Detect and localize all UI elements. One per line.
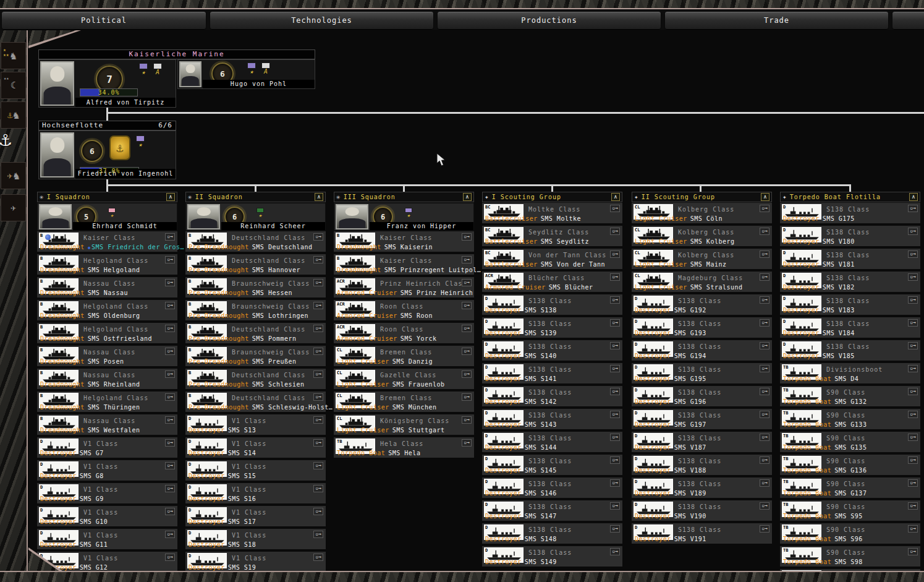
ship-row[interactable]: DV1 Class▫→DestroyerSMS G10 [37,506,177,526]
ship-row[interactable]: CLKolberg Class▫→Light CruiserSMS Cöln [632,203,772,223]
ship-row[interactable]: BBraunschweig Class▫→Pre-DreadnoughtSMS … [185,277,326,297]
transfer-button[interactable]: ▫→ [313,416,323,424]
transfer-button[interactable]: ▫→ [313,531,323,538]
transfer-button[interactable]: ▫→ [908,273,918,281]
ship-row[interactable]: DS138 Class▫→DestroyerSMS V182 [780,272,920,292]
transfer-button[interactable]: ▫→ [760,365,769,372]
ship-row[interactable]: BDeutschland Class▫→Pre-DreadnoughtSMS D… [185,231,326,252]
nav-button-political[interactable]: Political [1,11,206,30]
ship-row[interactable]: BCVon der Tann Class▫→BattlecruiserSMS V… [482,249,622,269]
ship-row[interactable]: CLKönigsberg Class▫→Light CruiserSMS Stu… [334,414,474,435]
collapse-button[interactable]: ∧ [166,193,175,201]
transfer-button[interactable]: ▫→ [165,233,175,241]
nav-button-productions[interactable]: Productions [437,11,661,30]
ship-row[interactable]: DS138 Class▫→DestroyerSMS S148 [482,523,622,544]
squadron-header[interactable]: ✳ I Squadron ∧ [37,192,177,202]
transfer-button[interactable]: ▫→ [313,462,323,469]
ship-row[interactable]: DS138 Class▫→DestroyerSMS S141 [482,363,622,383]
transfer-button[interactable]: ▫→ [313,325,323,332]
transfer-button[interactable]: ▫→ [908,388,918,395]
ship-row[interactable]: DV1 Class▫→DestroyerSMS S16 [185,483,326,503]
squadron-header[interactable]: ✦ Torpedo Boat Flotilla ∧ [780,192,920,202]
fleet-commander-card[interactable]: 6 ⚓★ 37.0% Friedrich von Ingenohl [38,131,176,179]
ship-row[interactable]: DS138 Class▫→DestroyerSMS V181 [780,249,920,269]
ship-row[interactable]: DS138 Class▫→DestroyerSMS G194 [632,340,772,361]
ship-row[interactable]: TBS90 Class▫→Torpedo BoatSMS S95 [780,500,920,521]
transfer-button[interactable]: ▫→ [760,525,769,533]
ship-row[interactable]: DS138 Class▫→DestroyerSMS V189 [632,477,772,498]
transfer-button[interactable]: ▫→ [760,434,769,441]
transfer-button[interactable]: ▫→ [165,485,175,492]
ship-row[interactable]: DS138 Class▫→DestroyerSMS S147 [482,500,622,521]
ship-row[interactable]: DV1 Class▫→DestroyerSMS S13 [185,414,326,435]
transfer-button[interactable]: ▫→ [908,411,918,418]
ship-row[interactable]: ACRRoon Class▫→Armored CruiserSMS Yorck [334,323,474,343]
collapse-button[interactable]: ∧ [315,193,323,201]
transfer-button[interactable]: ▫→ [760,319,769,327]
transfer-button[interactable]: ▫→ [313,233,323,241]
transfer-button[interactable]: ▫→ [462,348,472,355]
ship-row[interactable]: BHelgoland Class▫→DreadnoughtSMS Helgola… [37,254,177,275]
transfer-button[interactable]: ▫→ [760,205,769,212]
ship-row[interactable]: TBS90 Class▫→Torpedo BoatSMS G135 [780,432,920,452]
transfer-button[interactable]: ▫→ [908,365,918,372]
transfer-button[interactable]: ▫→ [908,548,918,555]
transfer-button[interactable]: ▫→ [165,302,175,309]
ship-row[interactable]: BCSeydlitz Class▫→BattlecruiserSMS Seydl… [482,226,622,246]
transfer-button[interactable]: ▫→ [165,554,175,561]
ship-row[interactable]: DS138 Class▫→DestroyerSMS V191 [632,523,772,544]
ship-row[interactable]: CLMagdeburg Class▫→Light CruiserSMS Stra… [632,272,772,292]
transfer-button[interactable]: ▫→ [313,485,323,492]
transfer-button[interactable]: ▫→ [908,228,918,235]
leader-card[interactable]: 6 ★ Reinhard Scheer [185,203,326,231]
ship-row[interactable]: ACRPrinz Heinrich Class▫→Armored Cruiser… [334,277,474,297]
ship-row[interactable]: ACRRoon Class▫→Armored CruiserSMS Roon [334,300,474,320]
squadron-header[interactable]: ✳ II Squadron ∧ [185,192,326,202]
transfer-button[interactable]: ▫→ [610,273,620,281]
ship-row[interactable]: BBraunschweig Class▫→Pre-DreadnoughtSMS … [185,346,326,366]
transfer-button[interactable]: ▫→ [760,411,769,418]
ship-row[interactable]: DV1 Class▫→DestroyerSMS S14 [185,437,326,458]
ship-row[interactable]: TBS90 Class▫→Torpedo BoatSMS S98 [780,546,920,567]
transfer-button[interactable]: ▫→ [313,508,323,515]
transfer-button[interactable]: ▫→ [313,279,323,286]
ship-row[interactable]: BDeutschland Class▫→Pre-DreadnoughtSMS S… [185,369,326,389]
ship-row[interactable]: DS138 Class▫→DestroyerSMS G192 [632,294,772,315]
transfer-button[interactable]: ▫→ [462,302,472,309]
ship-row[interactable]: DS138 Class▫→DestroyerSMS S142 [482,386,622,406]
transfer-button[interactable]: ▫→ [760,479,769,487]
transfer-button[interactable]: ▫→ [610,319,620,327]
ship-row[interactable]: DV1 Class▫→DestroyerSMS S18 [185,529,326,549]
transfer-button[interactable]: ▫→ [610,228,620,235]
ship-row[interactable]: DS138 Class▫→DestroyerSMS V190 [632,500,772,521]
transfer-button[interactable]: ▫→ [610,479,620,487]
transfer-button[interactable]: ▫→ [760,228,769,235]
ship-row[interactable]: TBS90 Class▫→Torpedo BoatSMS S96 [780,523,920,544]
anchor-knight-icon[interactable]: ⚓♞ [1,101,26,129]
transfer-button[interactable]: ▫→ [908,319,918,327]
ship-row[interactable]: BHelgoland Class▫→DreadnoughtSMS Oldenbu… [37,300,177,320]
transfer-button[interactable]: ▫→ [313,302,323,309]
transfer-button[interactable]: ▫→ [760,296,769,304]
ship-row[interactable]: DV1 Class▫→DestroyerSMS G9 [37,483,177,503]
nav-button-partial[interactable] [892,11,924,30]
transfer-button[interactable]: ▫→ [165,416,175,424]
ship-row[interactable]: BDeutschland Class▫→Pre-DreadnoughtSMS S… [185,392,326,412]
transfer-button[interactable]: ▫→ [165,279,175,286]
ship-row[interactable]: DV1 Class▫→DestroyerSMS S17 [185,506,326,526]
ship-row[interactable]: ACRBlücher Class▫→Armored CruiserSMS Blü… [482,272,622,292]
ship-row[interactable]: DS138 Class▫→DestroyerSMS G193 [632,317,772,338]
stars-knight-icon[interactable]: ★★★♞ [1,42,26,69]
ship-row[interactable]: BBraunschweig Class▫→Pre-DreadnoughtSMS … [185,300,326,320]
ship-row[interactable]: DS138 Class▫→DestroyerSMS V183 [780,294,920,315]
transfer-button[interactable]: ▫→ [760,342,769,349]
transfer-button[interactable]: ▫→ [313,393,323,401]
transfer-button[interactable]: ▫→ [610,411,620,418]
transfer-button[interactable]: ▫→ [313,439,323,447]
transfer-button[interactable]: ▫→ [165,439,175,447]
ship-row[interactable]: TBS90 Class▫→Torpedo BoatSMS G136 [780,455,920,475]
transfer-button[interactable]: ▫→ [908,296,918,304]
squadron-header[interactable]: ✳ III Squadron ∧ [334,192,474,202]
ship-row[interactable]: BKaiser Class▫→Dreadnought◆SMS Friedrich… [37,231,177,252]
transfer-button[interactable]: ▫→ [165,393,175,401]
